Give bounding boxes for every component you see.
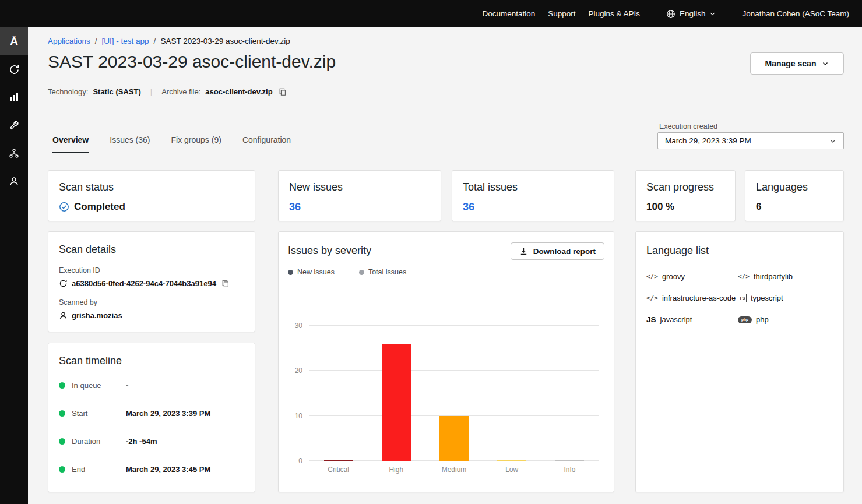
chart-xtick-label: Critical — [328, 466, 349, 474]
scan-timeline-card: Scan timeline In queue - Start March 29,… — [48, 343, 255, 492]
download-icon — [519, 247, 528, 256]
legend-new-issues[interactable]: New issues — [288, 268, 335, 276]
scan-timeline-title: Scan timeline — [59, 355, 244, 367]
code-icon: </> — [646, 294, 658, 302]
user-icon — [9, 176, 19, 186]
page-title: SAST 2023-03-29 asoc-client-dev.zip — [48, 52, 336, 72]
chart-ytick-label: 20 — [295, 366, 302, 375]
download-report-label: Download report — [533, 247, 596, 256]
timeline-label: Duration — [72, 437, 126, 446]
technology-line: Technology: Static (SAST) | Archive file… — [48, 87, 287, 96]
chart-bar-info — [555, 460, 584, 461]
execution-id-label: Execution ID — [59, 266, 244, 274]
tab-bar: Overview Issues (36) Fix groups (9) Conf… — [52, 135, 291, 153]
languages-card: Languages 6 — [745, 170, 844, 221]
language-selector[interactable]: English — [666, 9, 716, 19]
check-circle-icon — [59, 202, 69, 212]
legend-total-issues[interactable]: Total issues — [359, 268, 406, 276]
language-name: php — [756, 315, 769, 324]
chart-ytick-label: 30 — [295, 322, 302, 330]
topbar-link-plugins-apis[interactable]: Plugins & APIs — [589, 9, 641, 18]
bar-chart-icon — [9, 92, 19, 103]
sidebar-item-scans[interactable] — [0, 55, 28, 83]
wrench-icon — [9, 120, 19, 131]
sidebar-item-reports[interactable] — [0, 83, 28, 111]
chart-ytick-label: 10 — [295, 412, 302, 420]
globe-icon — [666, 9, 675, 19]
chart-xtick-label: Low — [505, 466, 518, 474]
timeline-label: In queue — [72, 381, 126, 390]
tab-overview[interactable]: Overview — [52, 135, 89, 153]
download-report-button[interactable]: Download report — [511, 242, 604, 260]
manage-scan-button[interactable]: Manage scan — [750, 52, 844, 75]
timeline-row-end: End March 29, 2023 3:45 PM — [59, 465, 244, 474]
languages-value: 6 — [756, 201, 833, 213]
new-issues-card: New issues 36 — [278, 170, 441, 221]
sidebar-item-appscan-home[interactable]: Å — [0, 27, 28, 55]
breadcrumb-app[interactable]: [UI] - test app — [102, 37, 149, 45]
language-name: groovy — [662, 272, 685, 281]
scan-refresh-icon — [59, 279, 68, 288]
execution-created-value: March 29, 2023 3:39 PM — [665, 136, 751, 145]
language-label: English — [680, 9, 705, 18]
language-item-php: php php — [738, 315, 829, 324]
code-icon: </> — [738, 273, 750, 280]
chart-gridline — [309, 370, 599, 371]
chevron-down-icon — [822, 60, 829, 67]
sidebar: Å — [0, 27, 28, 504]
chart-xtick-label: High — [389, 466, 403, 474]
tab-issues[interactable]: Issues (36) — [110, 135, 150, 153]
language-name: thirdpartylib — [754, 272, 793, 281]
archive-file-label: Archive file: — [161, 87, 200, 96]
sidebar-item-tools[interactable] — [0, 111, 28, 139]
timeline-value: March 29, 2023 3:39 PM — [126, 409, 210, 418]
timeline-dot-icon — [59, 438, 65, 445]
tab-configuration[interactable]: Configuration — [242, 135, 291, 153]
language-name: infrastructure-as-code — [662, 294, 736, 302]
php-icon: php — [738, 316, 752, 323]
tab-fix-groups[interactable]: Fix groups (9) — [171, 135, 221, 153]
user-account[interactable]: Jonathan Cohen (ASoC Team) — [742, 9, 849, 18]
timeline-value: -2h -54m — [126, 437, 157, 446]
language-item-infrastructure-as-code: </> infrastructure-as-code — [646, 294, 738, 302]
total-issues-card: Total issues 36 — [452, 170, 614, 221]
breadcrumb-current: SAST 2023-03-29 asoc-client-dev.zip — [160, 37, 290, 45]
scan-progress-card: Scan progress 100 % — [635, 170, 736, 221]
technology-value: Static (SAST) — [93, 87, 140, 96]
language-list-card: Language list </> groovy </> thirdpartyl… — [635, 231, 844, 492]
timeline-row-in-queue: In queue - — [59, 381, 244, 390]
language-item-typescript: TS typescript — [738, 294, 829, 302]
chart-bar-medium — [439, 416, 469, 461]
topbar-link-documentation[interactable]: Documentation — [482, 9, 535, 18]
technology-label: Technology: — [48, 87, 88, 96]
chart-bar-critical — [324, 460, 353, 461]
total-issues-title: Total issues — [463, 181, 603, 193]
chart-xtick-label: Medium — [442, 466, 467, 474]
topbar-separator — [729, 9, 729, 19]
network-icon — [9, 148, 19, 158]
breadcrumb-applications[interactable]: Applications — [48, 37, 90, 45]
language-item-groovy: </> groovy — [646, 272, 738, 281]
scan-progress-title: Scan progress — [646, 181, 724, 193]
chart-ytick-label: 0 — [298, 457, 302, 465]
severity-chart-plot: 0102030CriticalHighMediumLowInfo — [309, 326, 599, 461]
scan-status-card: Scan status Completed — [48, 170, 255, 221]
copy-icon[interactable] — [221, 280, 230, 288]
sidebar-item-profile[interactable] — [0, 167, 28, 195]
issues-by-severity-card: Issues by severity Download report New i… — [278, 231, 614, 492]
scan-status-title: Scan status — [59, 181, 244, 193]
sidebar-item-organization[interactable] — [0, 139, 28, 167]
code-icon: </> — [646, 273, 658, 280]
scanned-by-value: grisha.mozias — [72, 311, 122, 320]
language-name: javascript — [660, 315, 692, 324]
topbar-link-support[interactable]: Support — [548, 9, 575, 18]
scan-details-card: Scan details Execution ID a6380d56-0fed-… — [48, 231, 255, 332]
topbar-separator — [653, 9, 653, 19]
timeline-label: Start — [72, 409, 126, 418]
execution-created-select[interactable]: March 29, 2023 3:39 PM — [657, 132, 844, 149]
language-name: typescript — [751, 294, 783, 302]
legend-label: Total issues — [368, 268, 406, 276]
copy-icon[interactable] — [279, 88, 287, 96]
timeline-dot-icon — [59, 382, 65, 389]
timeline-dot-icon — [59, 410, 65, 417]
